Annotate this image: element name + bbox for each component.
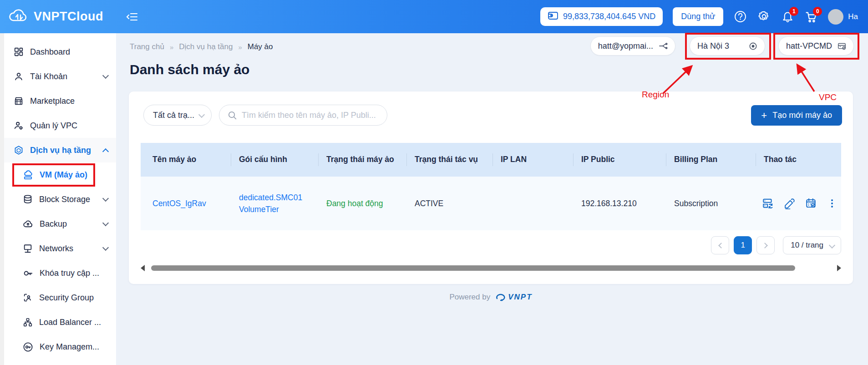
sidebar-item-load-balancer[interactable]: Load Balancer ... — [0, 310, 116, 335]
load-balancer-icon — [23, 317, 33, 327]
page-size-select[interactable]: 10 / trang — [783, 236, 841, 254]
vnpt-brand-text: VNPT — [508, 293, 532, 302]
cart-icon[interactable]: 0 — [804, 10, 818, 24]
user-gear-icon — [14, 121, 24, 131]
balance-amount: 99,833,738,404.645 VND — [563, 12, 655, 21]
sidebar-collapse-icon[interactable] — [126, 12, 138, 22]
horizontal-scrollbar[interactable] — [141, 262, 841, 274]
sidebar-item-dashboard[interactable]: Dashboard — [0, 40, 116, 64]
sidebar-item-backup[interactable]: Backup — [0, 212, 116, 236]
scroll-left-icon[interactable] — [141, 265, 145, 271]
chevron-down-icon — [102, 195, 109, 202]
chevron-down-icon — [198, 112, 205, 118]
database-icon — [23, 194, 33, 204]
brand[interactable]: VNPTCloud — [0, 9, 103, 25]
vm-config-link[interactable]: dedicated.SMC01 — [239, 192, 312, 203]
task-status: ACTIVE — [415, 198, 486, 209]
col-trang-thai-tac-vu: Trạng thái tác vụ — [406, 143, 492, 177]
col-billing-plan: Billing Plan — [666, 143, 756, 177]
breadcrumb-services[interactable]: Dịch vụ hạ tầng — [179, 42, 233, 51]
powered-by-text: Powered by — [449, 293, 490, 302]
ip-public-value: 192.168.13.210 — [581, 198, 660, 209]
user-menu[interactable]: Ha — [828, 9, 858, 25]
vpc-icon — [838, 42, 846, 51]
sidebar-item-tai-khoan[interactable]: Tài Khoản — [0, 64, 116, 89]
region-selector[interactable]: Hà Nội 3 — [690, 36, 765, 56]
chevron-up-icon — [102, 148, 109, 155]
help-icon[interactable] — [733, 10, 747, 24]
vm-table: Tên máy ảo Gói cấu hình Trạng thái máy ả… — [141, 143, 841, 230]
search-box[interactable] — [219, 105, 387, 126]
col-ip-public: IP Public — [573, 143, 666, 177]
sidebar-item-quan-ly-vpc[interactable]: Quản lý VPC — [0, 113, 116, 138]
key-management-icon — [23, 342, 33, 352]
cube-icon — [14, 145, 24, 155]
sidebar-item-networks[interactable]: Networks — [0, 236, 116, 261]
col-ip-lan: IP LAN — [492, 143, 573, 177]
sidebar-item-key-management[interactable]: Key Managem... — [0, 335, 116, 359]
sidebar: Dashboard Tài Khoản Marketplace Quản lý … — [0, 33, 116, 365]
search-icon — [228, 111, 237, 120]
user-icon — [14, 71, 24, 81]
cloud-logo-icon — [8, 9, 28, 25]
resize-vm-icon[interactable] — [762, 198, 774, 209]
status-filter-select[interactable]: Tất cả trạ... — [143, 105, 212, 126]
chevron-down-icon — [102, 72, 109, 79]
security-group-icon — [23, 293, 33, 303]
chevron-right-icon — [762, 243, 768, 248]
create-vm-button[interactable]: + Tạo mới máy ảo — [751, 105, 842, 126]
trial-button[interactable]: Dùng thử — [673, 7, 723, 26]
page-1-button[interactable]: 1 — [734, 236, 752, 254]
scrollbar-thumb[interactable] — [151, 265, 795, 271]
sidebar-item-marketplace[interactable]: Marketplace — [0, 89, 116, 113]
top-header-bar: VNPTCloud 99,833,738,404.645 VND Dùng th… — [0, 0, 868, 33]
vm-config-link2[interactable]: VolumeTier — [239, 203, 312, 215]
vm-list-card: Tất cả trạ... + Tạo mới máy ảo Tên máy ả… — [129, 91, 853, 284]
main-content: Trang chủ » Dịch vụ hạ tầng » Máy ảo hat… — [116, 33, 868, 365]
notifications-bell-icon[interactable]: 1 — [781, 10, 794, 24]
marketplace-icon — [14, 96, 24, 106]
vm-name-link[interactable]: CentOS_IgRav — [152, 198, 224, 209]
vm-cloud-icon — [23, 170, 33, 180]
project-selector[interactable]: hatt@yopmai... — [590, 36, 675, 56]
breadcrumb: Trang chủ » Dịch vụ hạ tầng » Máy ảo — [130, 42, 273, 51]
chevron-left-icon — [718, 243, 724, 248]
col-thao-tac: Thao tác — [756, 143, 841, 177]
page-title: Danh sách máy ảo — [130, 62, 249, 77]
user-name: Ha — [848, 12, 858, 21]
wallet-balance[interactable]: 99,833,738,404.645 VND — [540, 7, 663, 26]
prev-page-button[interactable] — [711, 236, 729, 254]
brand-name: VNPTCloud — [34, 10, 103, 24]
col-goi-cau-hinh: Gói cấu hình — [231, 143, 318, 177]
wallet-icon — [548, 10, 558, 23]
scroll-right-icon[interactable] — [837, 265, 841, 271]
plus-icon: + — [761, 111, 767, 121]
more-actions-icon[interactable] — [827, 198, 837, 209]
sidebar-item-security-group[interactable]: Security Group — [0, 285, 116, 310]
sidebar-scrollbar[interactable] — [0, 33, 4, 365]
chevron-down-icon — [102, 244, 109, 251]
notification-badge: 1 — [789, 7, 798, 16]
schedule-icon[interactable] — [805, 198, 817, 209]
breadcrumb-home[interactable]: Trang chủ — [130, 42, 164, 51]
footer: Powered by VNPT — [129, 293, 853, 302]
edit-icon[interactable] — [784, 198, 795, 209]
table-row: CentOS_IgRav dedicated.SMC01 VolumeTier … — [141, 177, 841, 230]
next-page-button[interactable] — [756, 236, 775, 254]
pagination: 1 10 / trang — [711, 236, 841, 254]
vpc-selector[interactable]: hatt-VPCMD — [778, 36, 854, 56]
cart-badge: 0 — [813, 7, 822, 16]
sidebar-item-vm-may-ao[interactable]: VM (Máy ảo) — [0, 162, 116, 187]
sidebar-item-block-storage[interactable]: Block Storage — [0, 187, 116, 212]
avatar — [828, 9, 843, 25]
search-input[interactable] — [242, 111, 379, 120]
sidebar-item-dich-vu-ha-tang[interactable]: Dịch vụ hạ tầng — [0, 138, 116, 162]
sidebar-item-khoa-truy-cap[interactable]: Khóa truy cập ... — [0, 261, 116, 285]
settings-gear-icon[interactable] — [757, 10, 771, 24]
vnpt-logo: VNPT — [496, 293, 532, 302]
breadcrumb-current: Máy ảo — [248, 42, 273, 51]
project-switch-icon — [659, 42, 668, 50]
col-ten-may-ao: Tên máy ảo — [141, 143, 231, 177]
location-icon — [749, 42, 757, 51]
cloud-upload-icon — [23, 219, 33, 229]
